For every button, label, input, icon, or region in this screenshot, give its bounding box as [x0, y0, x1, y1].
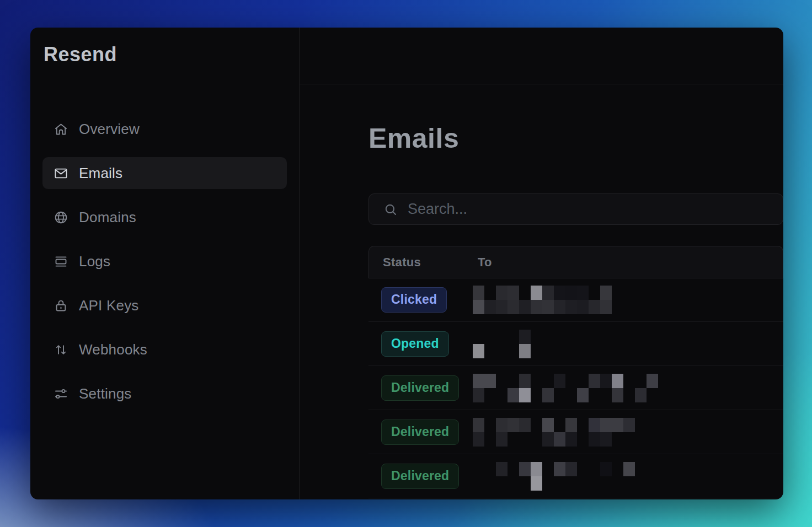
status-cell: Opened [368, 331, 473, 357]
recipient-cell [473, 366, 783, 410]
sidebar-item-webhooks[interactable]: Webhooks [42, 334, 287, 365]
status-badge: Opened [381, 331, 449, 357]
sidebar-nav: OverviewEmailsDomainsLogsAPI KeysWebhook… [42, 113, 287, 410]
search-icon [383, 202, 398, 217]
main-topbar [300, 28, 783, 84]
sidebar-item-settings[interactable]: Settings [42, 378, 287, 410]
table-row[interactable]: Delivered [368, 454, 783, 498]
redacted-recipient [473, 286, 612, 314]
recipient-cell [473, 322, 783, 366]
sidebar-item-label: Settings [79, 385, 132, 402]
sidebar-item-domains[interactable]: Domains [42, 201, 287, 233]
main-content: Emails Status To ClickedOpenedDeliveredD… [300, 28, 783, 499]
sidebar-item-label: Emails [79, 165, 122, 182]
recipient-cell [473, 410, 783, 454]
status-cell: Delivered [368, 420, 473, 445]
table-row[interactable]: Delivered [368, 366, 783, 410]
status-cell: Delivered [368, 464, 473, 489]
status-badge: Delivered [381, 375, 459, 401]
sidebar-item-label: Overview [79, 121, 140, 138]
status-badge: Delivered [381, 420, 459, 445]
sidebar-item-logs[interactable]: Logs [42, 245, 287, 277]
sidebar: Resend OverviewEmailsDomainsLogsAPI Keys… [30, 28, 300, 499]
table-header: Status To [368, 246, 783, 278]
table-row[interactable]: Clicked [368, 278, 783, 322]
emails-page: Emails Status To ClickedOpenedDeliveredD… [300, 84, 783, 499]
redacted-recipient [473, 330, 531, 358]
redacted-recipient [473, 418, 635, 447]
search-input[interactable] [408, 201, 772, 218]
sidebar-item-label: Logs [79, 253, 110, 270]
column-header-to: To [478, 255, 783, 270]
page-title: Emails [368, 123, 783, 154]
globe-icon [54, 210, 68, 225]
status-cell: Delivered [368, 375, 473, 401]
sidebar-item-label: API Keys [79, 297, 139, 314]
search-box[interactable] [368, 193, 783, 225]
sidebar-item-api-keys[interactable]: API Keys [42, 289, 287, 321]
brand-logo: Resend [42, 43, 287, 66]
redacted-recipient [473, 374, 658, 402]
sidebar-item-label: Webhooks [79, 341, 147, 358]
column-header-status: Status [369, 255, 478, 270]
rows-icon [54, 254, 68, 269]
recipient-cell [473, 278, 783, 322]
table-body: ClickedOpenedDeliveredDeliveredDelivered [368, 278, 783, 498]
status-badge: Clicked [381, 287, 447, 313]
sidebar-item-label: Domains [79, 209, 136, 226]
app-window: Resend OverviewEmailsDomainsLogsAPI Keys… [30, 28, 783, 499]
home-icon [54, 122, 68, 137]
sliders-icon [54, 386, 68, 401]
mail-icon [54, 166, 68, 181]
status-cell: Clicked [368, 287, 473, 313]
emails-table: Status To ClickedOpenedDeliveredDelivere… [368, 246, 783, 498]
sidebar-item-emails[interactable]: Emails [42, 157, 287, 189]
redacted-recipient [473, 462, 635, 491]
table-row[interactable]: Delivered [368, 410, 783, 454]
sidebar-item-overview[interactable]: Overview [42, 113, 287, 145]
recipient-cell [473, 454, 783, 498]
lock-icon [54, 298, 68, 313]
status-badge: Delivered [381, 464, 459, 489]
arrow-up-down-icon [54, 342, 68, 357]
table-row[interactable]: Opened [368, 322, 783, 366]
